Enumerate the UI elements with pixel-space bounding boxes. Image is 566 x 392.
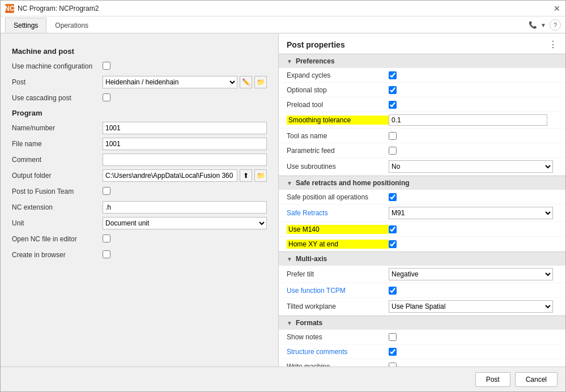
- post-select[interactable]: Heidenhain / heidenhain: [103, 76, 237, 88]
- preload-tool-checkbox[interactable]: [389, 101, 397, 109]
- multi-axis-label: Multi-axis: [296, 255, 327, 263]
- use-cascading-label: Use cascading post: [12, 94, 103, 102]
- file-name-input[interactable]: [103, 138, 267, 150]
- write-machine-checkbox[interactable]: [389, 363, 397, 367]
- post-props-title: Post properties: [287, 40, 345, 49]
- create-browser-label: Create in browser: [12, 251, 103, 259]
- use-machine-config-label: Use machine configuration: [12, 62, 103, 70]
- open-nc-label: Open NC file in editor: [12, 235, 103, 243]
- safe-position-all-checkbox[interactable]: [389, 193, 397, 201]
- name-number-input[interactable]: [103, 122, 267, 134]
- output-folder-upload-icon[interactable]: ⬆: [240, 169, 252, 182]
- cancel-button[interactable]: Cancel: [515, 372, 558, 387]
- prop-row-home-xy: Home XY at end: [279, 237, 565, 252]
- prefer-tilt-select[interactable]: Negative Positive: [389, 268, 553, 280]
- smoothing-tolerance-input[interactable]: [389, 114, 547, 126]
- name-number-label: Name/number: [12, 124, 103, 132]
- structure-comments-checkbox[interactable]: [389, 348, 397, 356]
- create-browser-checkbox[interactable]: [103, 250, 110, 258]
- home-xy-checkbox[interactable]: [389, 240, 397, 248]
- optional-stop-label: Optional stop: [287, 86, 389, 94]
- close-button[interactable]: ✕: [553, 5, 561, 12]
- use-m140-checkbox[interactable]: [389, 225, 397, 233]
- file-name-row: File name: [12, 138, 267, 150]
- tab-settings[interactable]: Settings: [5, 18, 46, 33]
- name-number-row: Name/number: [12, 122, 267, 134]
- comment-value: [103, 154, 267, 166]
- machine-section-title: Machine and post: [12, 47, 267, 56]
- post-folder-icon[interactable]: 📁: [254, 76, 267, 88]
- program-section-title: Program: [12, 109, 267, 117]
- create-browser-value: [103, 250, 267, 260]
- use-cascading-value: [103, 93, 267, 103]
- open-nc-value: [103, 235, 267, 244]
- use-tcpm-checkbox[interactable]: [389, 287, 397, 295]
- safe-position-all-value: [389, 193, 558, 201]
- optional-stop-checkbox[interactable]: [389, 86, 397, 94]
- show-notes-checkbox[interactable]: [389, 333, 397, 341]
- structure-comments-value: [389, 348, 558, 356]
- safe-position-all-label: Safe position all operations: [287, 193, 389, 201]
- app-icon: NC: [5, 4, 14, 13]
- section-header-safe-retracts[interactable]: ▼ Safe retracts and home positioning: [279, 176, 565, 190]
- post-edit-icon[interactable]: ✏️: [240, 76, 252, 88]
- section-header-preferences[interactable]: ▼ Preferences: [279, 54, 565, 68]
- expand-cycles-label: Expand cycles: [287, 71, 389, 79]
- post-fusion-checkbox[interactable]: [103, 187, 110, 195]
- prop-row-expand-cycles: Expand cycles: [279, 68, 565, 83]
- output-folder-browse-icon[interactable]: 📁: [254, 169, 267, 182]
- use-cascading-checkbox[interactable]: [103, 93, 110, 101]
- tilted-workplane-select[interactable]: Use Plane Spatial Use Plane Off: [389, 300, 553, 313]
- multi-axis-arrow-icon: ▼: [287, 256, 292, 262]
- prop-row-safe-retracts: Safe Retracts M91 M92: [279, 204, 565, 222]
- open-nc-row: Open NC file in editor: [12, 233, 267, 245]
- tabs-bar: Settings Operations 📞 ▼ ?: [1, 16, 565, 33]
- use-subroutines-value: No Yes: [389, 160, 558, 173]
- parametric-feed-value: [389, 147, 558, 155]
- unit-select[interactable]: Document unit: [103, 217, 267, 229]
- nc-extension-input[interactable]: [103, 201, 267, 214]
- smoothing-tolerance-label: Smoothing tolerance: [287, 116, 389, 125]
- prop-row-structure-comments: Structure comments: [279, 344, 565, 359]
- home-xy-value: [389, 240, 558, 248]
- section-header-formats[interactable]: ▼ Formats: [279, 316, 565, 330]
- more-options-button[interactable]: ⋮: [548, 39, 558, 50]
- tool-as-name-label: Tool as name: [287, 132, 389, 140]
- dropdown-icon[interactable]: ▼: [541, 22, 546, 28]
- file-name-value: [103, 138, 267, 150]
- expand-cycles-checkbox[interactable]: [389, 71, 397, 79]
- use-cascading-row: Use cascading post: [12, 92, 267, 104]
- preferences-label: Preferences: [296, 57, 335, 65]
- tab-operations[interactable]: Operations: [46, 18, 97, 33]
- main-area: Machine and post Use machine configurati…: [1, 33, 565, 367]
- safe-retracts-prop-value: M91 M92: [389, 207, 558, 219]
- show-notes-label: Show notes: [287, 333, 389, 341]
- tool-as-name-checkbox[interactable]: [389, 132, 397, 140]
- parametric-feed-label: Parametric feed: [287, 147, 389, 155]
- use-machine-config-checkbox[interactable]: [103, 62, 110, 70]
- name-number-value: [103, 122, 267, 134]
- main-window: NC NC Program: NCProgram2 ✕ Settings Ope…: [0, 0, 566, 392]
- nc-extension-label: NC extension: [12, 203, 103, 211]
- post-button[interactable]: Post: [475, 372, 510, 387]
- prop-row-show-notes: Show notes: [279, 330, 565, 344]
- left-panel: Machine and post Use machine configurati…: [1, 33, 278, 367]
- preferences-arrow-icon: ▼: [287, 58, 292, 65]
- open-nc-checkbox[interactable]: [103, 235, 110, 242]
- section-header-multi-axis[interactable]: ▼ Multi-axis: [279, 252, 565, 266]
- prop-row-prefer-tilt: Prefer tilt Negative Positive: [279, 266, 565, 283]
- use-subroutines-select[interactable]: No Yes: [389, 160, 553, 173]
- phone-icon[interactable]: 📞: [529, 21, 537, 29]
- safe-retracts-select[interactable]: M91 M92: [389, 207, 553, 219]
- comment-input[interactable]: [103, 154, 267, 166]
- prop-row-smoothing-tolerance: Smoothing tolerance: [279, 112, 565, 129]
- prop-row-optional-stop: Optional stop: [279, 83, 565, 97]
- help-icon[interactable]: ?: [550, 19, 561, 31]
- optional-stop-value: [389, 86, 558, 94]
- parametric-feed-checkbox[interactable]: [389, 147, 397, 155]
- title-bar: NC NC Program: NCProgram2 ✕: [1, 1, 565, 16]
- prop-row-write-machine: Write machine: [279, 359, 565, 367]
- output-folder-input[interactable]: [103, 169, 237, 182]
- use-tcpm-value: [389, 287, 558, 295]
- nc-extension-value: [103, 201, 267, 214]
